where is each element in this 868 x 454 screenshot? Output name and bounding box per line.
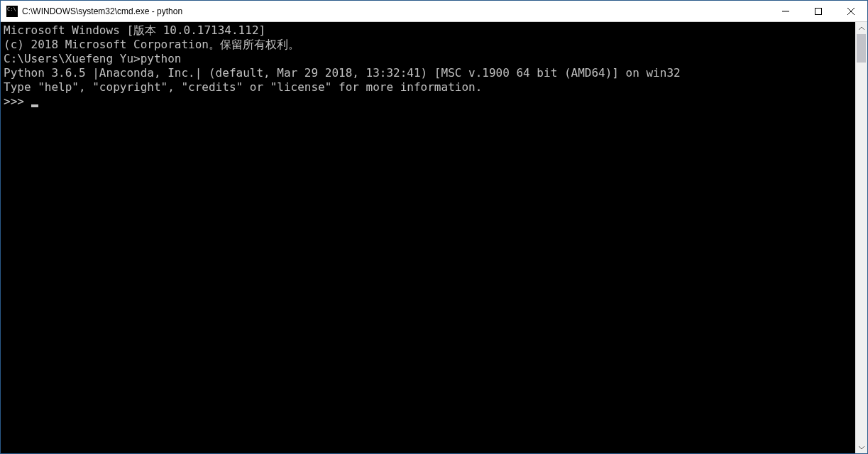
- terminal-prompt-line: >>>: [4, 94, 852, 109]
- terminal-cursor: [31, 104, 38, 107]
- terminal-line: Microsoft Windows [版本 10.0.17134.112]: [4, 23, 852, 38]
- window-title: C:\WINDOWS\system32\cmd.exe - python: [22, 6, 769, 16]
- maximize-icon: [815, 8, 822, 15]
- chevron-up-icon: [859, 26, 864, 31]
- scrollbar-up-button[interactable]: [855, 22, 867, 34]
- terminal-line: C:\Users\Xuefeng Yu>python: [4, 52, 852, 66]
- titlebar[interactable]: C:\WINDOWS\system32\cmd.exe - python: [1, 1, 867, 22]
- maximize-button[interactable]: [802, 1, 835, 21]
- terminal-line: (c) 2018 Microsoft Corporation。保留所有权利。: [4, 38, 852, 52]
- scrollbar-track[interactable]: [855, 34, 867, 441]
- chevron-down-icon: [859, 445, 864, 450]
- svg-rect-1: [815, 8, 822, 14]
- terminal-prompt: >>>: [4, 94, 31, 108]
- terminal-output[interactable]: Microsoft Windows [版本 10.0.17134.112](c)…: [1, 22, 855, 453]
- window-controls: [769, 1, 867, 21]
- close-icon: [847, 8, 855, 15]
- minimize-icon: [782, 8, 789, 15]
- scrollbar-down-button[interactable]: [855, 441, 867, 453]
- minimize-button[interactable]: [769, 1, 802, 21]
- content-area: Microsoft Windows [版本 10.0.17134.112](c)…: [1, 22, 867, 453]
- vertical-scrollbar[interactable]: [855, 22, 867, 453]
- close-button[interactable]: [835, 1, 867, 21]
- scrollbar-thumb[interactable]: [857, 34, 866, 63]
- cmd-icon: [6, 6, 18, 17]
- window-frame: C:\WINDOWS\system32\cmd.exe - python Mic: [0, 0, 868, 454]
- terminal-line: Python 3.6.5 |Anaconda, Inc.| (default, …: [4, 66, 852, 80]
- terminal-line: Type "help", "copyright", "credits" or "…: [4, 80, 852, 94]
